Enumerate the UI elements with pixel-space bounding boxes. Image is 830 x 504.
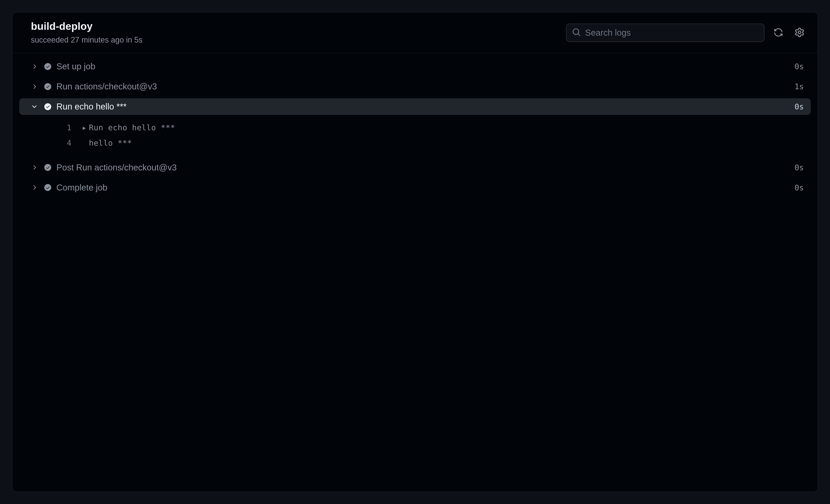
job-status-text: succeeded 27 minutes ago in 5s [31,35,142,45]
header-actions [566,24,807,42]
chevron-right-icon [30,164,39,171]
step-row[interactable]: Complete job 0s [19,179,811,196]
chevron-down-icon [30,103,39,110]
log-line[interactable]: 1 ▸ Run echo hello *** [19,120,811,135]
panel-header: build-deploy succeeded 27 minutes ago in… [12,12,818,53]
log-output: 1 ▸ Run echo hello *** 4 hello *** [19,119,811,159]
step-duration: 0s [795,62,804,71]
log-line-content: hello *** [89,135,811,150]
refresh-button[interactable] [771,25,786,40]
step-name: Post Run actions/checkout@v3 [56,163,789,172]
search-icon [572,28,581,37]
step-name: Run echo hello *** [56,102,789,111]
log-line-number: 1 [19,120,82,135]
chevron-right-icon [30,83,39,90]
step-row[interactable]: Run echo hello *** 0s [19,98,811,115]
log-line-number: 4 [19,135,82,150]
step-name: Set up job [56,62,789,71]
step-name: Run actions/checkout@v3 [56,82,789,91]
step-row[interactable]: Set up job 0s [19,58,811,75]
log-panel: build-deploy succeeded 27 minutes ago in… [12,12,818,492]
step-duration: 1s [795,82,804,91]
log-marker-spacer [82,135,89,150]
steps-list: Set up job 0s Run actions/checkout@v3 1s… [12,53,818,492]
step-duration: 0s [795,183,804,192]
step-duration: 0s [795,163,804,172]
log-line-content: Run echo hello *** [89,120,811,135]
check-circle-icon [44,63,51,70]
check-circle-icon [44,83,51,90]
chevron-right-icon [30,184,39,191]
header-title-block: build-deploy succeeded 27 minutes ago in… [31,20,142,45]
step-row[interactable]: Post Run actions/checkout@v3 0s [19,159,811,176]
gear-icon [795,28,804,38]
step-duration: 0s [795,102,804,111]
check-circle-icon [44,164,51,171]
check-circle-icon [44,103,51,110]
search-input[interactable] [585,28,759,38]
triangle-right-icon: ▸ [82,120,89,135]
search-container[interactable] [566,24,765,42]
log-line[interactable]: 4 hello *** [19,135,811,150]
step-row[interactable]: Run actions/checkout@v3 1s [19,78,811,95]
job-title: build-deploy [31,20,142,33]
chevron-right-icon [30,63,39,70]
check-circle-icon [44,184,51,191]
step-name: Complete job [56,183,789,193]
settings-button[interactable] [792,25,807,40]
sync-icon [774,28,783,38]
